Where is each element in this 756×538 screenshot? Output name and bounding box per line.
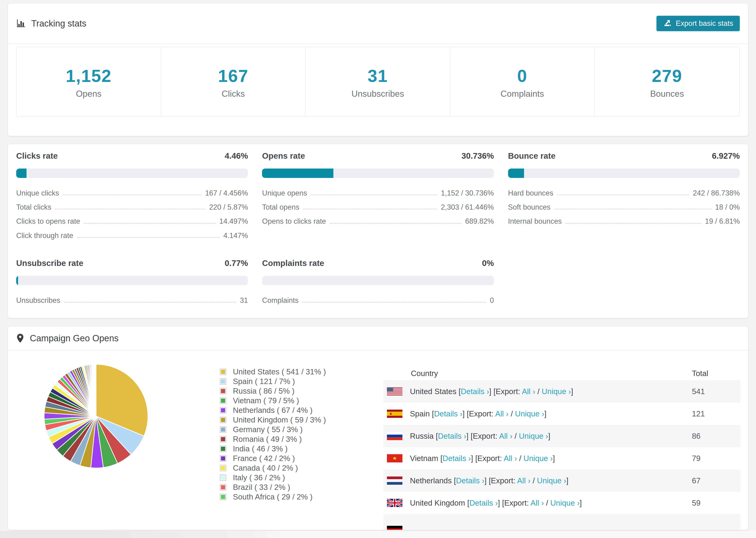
rate-header: Clicks rate4.46% [16, 151, 248, 161]
export-all-link[interactable]: All › [517, 476, 531, 485]
export-unique-link[interactable]: Unique › [515, 409, 544, 418]
geo-pie-chart [43, 363, 149, 469]
dotted-leader [302, 302, 486, 302]
vn-flag-icon [387, 454, 403, 462]
rate-block: Unsubscribe rate0.77%Unsubscribes31 [16, 258, 248, 310]
details-link[interactable]: Details › [469, 499, 498, 507]
tracking-stats-title: Tracking stats [16, 19, 86, 28]
rate-detail-row: Opens to clicks rate689.82% [262, 217, 494, 226]
rate-detail-row: Click through rate4.147% [16, 231, 248, 240]
rate-header: Unsubscribe rate0.77% [16, 258, 248, 268]
legend-label: France ( 42 / 2% ) [233, 454, 295, 463]
country-cell: Russia [Details ›] [Export: All › / Uniq… [410, 432, 550, 441]
summary-stat-box: 1,152Opens [17, 47, 161, 116]
dotted-leader [77, 237, 220, 238]
stat-value: 279 [595, 67, 739, 85]
rate-detail-rows: Hard bounces242 / 86.738%Soft bounces18 … [508, 189, 740, 226]
rate-detail-label: Internal bounces [508, 217, 562, 226]
rate-detail-value: 0 [490, 296, 494, 305]
dotted-leader [303, 209, 437, 209]
rate-detail-row: Unique clicks167 / 4.456% [16, 189, 248, 197]
row-total-value: 67 [692, 476, 740, 485]
summary-stat-box: 279Bounces [595, 47, 739, 116]
legend-item: United Kingdom ( 59 / 3% ) [220, 415, 326, 425]
legend-label: Italy ( 36 / 2% ) [233, 473, 285, 482]
legend-label: Canada ( 40 / 2% ) [233, 463, 298, 472]
rate-detail-rows: Unique clicks167 / 4.456%Total clicks220… [16, 189, 248, 240]
legend-swatch [220, 426, 226, 433]
country-column-header: Country [411, 369, 438, 378]
rate-detail-label: Click through rate [16, 231, 73, 240]
export-unique-link[interactable]: Unique › [542, 387, 571, 396]
legend-swatch [220, 398, 226, 404]
legend-label: Brazil ( 33 / 2% ) [233, 483, 290, 492]
details-link[interactable]: Details › [460, 387, 489, 396]
row-total-value: 541 [692, 387, 740, 396]
total-column-header: Total [692, 369, 740, 378]
rate-detail-label: Hard bounces [508, 189, 553, 197]
export-unique-link[interactable]: Unique › [523, 454, 553, 463]
row-total-value: 121 [692, 409, 740, 418]
geo-table: Country Total United States [Details ›] … [383, 363, 740, 530]
export-all-link[interactable]: All › [531, 499, 544, 507]
rate-detail-value: 167 / 4.456% [205, 189, 248, 197]
details-link[interactable]: Details › [434, 409, 462, 418]
stat-label: Unsubscribes [306, 89, 450, 99]
rate-detail-row: Internal bounces19 / 6.81% [508, 217, 740, 226]
legend-swatch [220, 378, 226, 385]
dotted-leader [64, 302, 236, 302]
rates-grid: Clicks rate4.46%Unique clicks167 / 4.456… [16, 151, 740, 310]
rate-detail-row: Unsubscribes31 [16, 296, 248, 305]
rate-value: 0% [482, 258, 494, 268]
details-link[interactable]: Details › [456, 476, 484, 485]
row-total-value: 86 [692, 432, 740, 441]
export-all-link[interactable]: All › [499, 432, 513, 440]
export-unique-link[interactable]: Unique › [519, 432, 548, 440]
legend-swatch [220, 446, 226, 452]
export-all-link[interactable]: All › [504, 454, 517, 463]
geo-table-header: Country Total [383, 363, 740, 380]
stat-value: 1,152 [17, 67, 161, 85]
rate-block: Opens rate30.736%Unique opens1,152 / 30.… [262, 151, 494, 245]
pie-slice[interactable] [96, 364, 96, 416]
rate-detail-label: Clicks to opens rate [16, 217, 80, 226]
geo-opens-title: Campaign Geo Opens [16, 333, 119, 344]
dotted-leader [311, 194, 437, 195]
progress-bar-fill [262, 169, 333, 178]
rate-title: Unsubscribe rate [16, 258, 83, 268]
legend-item: Italy ( 36 / 2% ) [220, 473, 326, 482]
country-cell: United States [Details ›] [Export: All ›… [410, 387, 573, 396]
table-row: United Kingdom [Details ›] [Export: All … [383, 492, 740, 514]
details-link[interactable]: Details › [438, 432, 466, 440]
rate-header: Opens rate30.736% [262, 151, 494, 161]
dotted-leader [554, 209, 711, 209]
summary-stat-box: 0Complaints [450, 47, 595, 116]
rate-detail-value: 242 / 86.738% [693, 189, 740, 197]
rate-header: Complaints rate0% [262, 258, 494, 268]
nl-flag-icon [387, 476, 403, 485]
rate-detail-row: Total clicks220 / 5.87% [16, 203, 248, 211]
legend-swatch [220, 484, 226, 491]
rate-value: 4.46% [225, 151, 248, 161]
rate-detail-value: 1,152 / 30.736% [441, 189, 494, 197]
legend-label: United States ( 541 / 31% ) [233, 367, 326, 376]
page-bottom-band [0, 531, 756, 538]
rate-header: Bounce rate6.927% [508, 151, 740, 161]
rate-title: Bounce rate [508, 151, 556, 161]
legend-label: South Africa ( 29 / 2% ) [233, 493, 312, 501]
bar-chart-icon [16, 19, 26, 28]
country-cell: Spain [Details ›] [Export: All › / Uniqu… [410, 409, 546, 418]
export-unique-link[interactable]: Unique › [550, 499, 580, 507]
export-unique-link[interactable]: Unique › [537, 476, 566, 485]
table-row: Russia [Details ›] [Export: All › / Uniq… [383, 425, 740, 447]
rate-detail-value: 31 [240, 296, 248, 305]
table-row: Netherlands [Details ›] [Export: All › /… [383, 469, 740, 492]
legend-swatch [220, 436, 226, 443]
rate-title: Clicks rate [16, 151, 58, 161]
export-basic-stats-button[interactable]: Export basic stats [657, 16, 740, 31]
export-all-link[interactable]: All › [495, 409, 509, 418]
geo-legend: United States ( 541 / 31% )Spain ( 121 /… [220, 367, 326, 502]
export-all-link[interactable]: All › [522, 387, 535, 396]
rate-detail-label: Complaints [262, 296, 298, 305]
details-link[interactable]: Details › [443, 454, 471, 463]
